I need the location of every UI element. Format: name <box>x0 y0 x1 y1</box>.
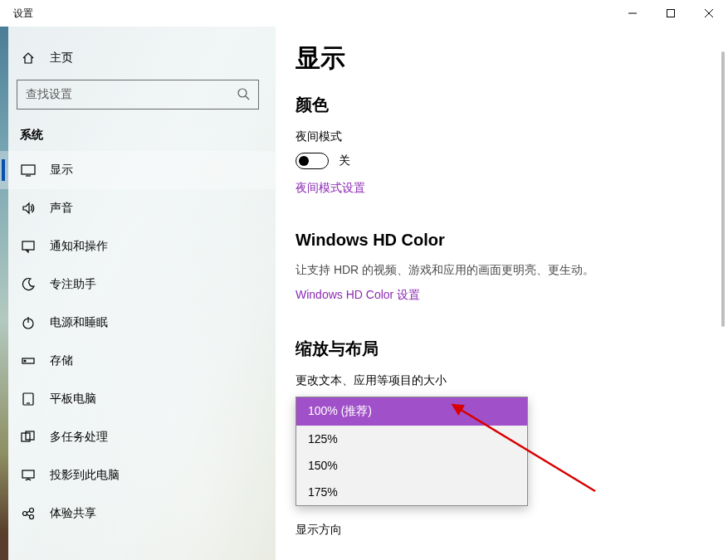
sidebar-item-display[interactable]: 显示 <box>0 151 276 189</box>
scale-option-175[interactable]: 175% <box>296 479 527 505</box>
sidebar-item-label: 专注助手 <box>50 277 96 292</box>
search-icon <box>237 87 250 103</box>
sidebar-item-notifications[interactable]: 通知和操作 <box>0 227 276 265</box>
shared-icon <box>20 505 37 522</box>
projecting-icon <box>20 467 37 484</box>
minimize-button[interactable] <box>613 0 652 27</box>
night-mode-toggle[interactable] <box>296 153 329 169</box>
scrollbar[interactable] <box>721 51 725 552</box>
night-mode-label: 夜间模式 <box>296 129 695 144</box>
settings-window: 设置 主页 <box>0 0 728 560</box>
sidebar-item-label: 声音 <box>50 201 73 216</box>
titlebar-buttons <box>613 0 728 27</box>
toggle-knob <box>299 156 309 166</box>
window-title: 设置 <box>13 7 33 21</box>
sound-icon <box>20 200 37 217</box>
multitasking-icon <box>20 429 37 446</box>
sidebar-item-projecting[interactable]: 投影到此电脑 <box>0 456 276 494</box>
hdcolor-desc: 让支持 HDR 的视频、游戏和应用的画面更明亮、更生动。 <box>296 263 695 278</box>
sidebar-item-label: 投影到此电脑 <box>50 468 120 483</box>
scale-option-100[interactable]: 100% (推荐) <box>296 397 527 426</box>
sidebar-item-label: 平板电脑 <box>50 392 96 407</box>
category-header: 系统 <box>0 114 276 151</box>
scale-option-125[interactable]: 125% <box>296 426 527 452</box>
search-input[interactable]: 查找设置 <box>17 80 259 110</box>
svg-rect-1 <box>667 10 675 17</box>
svg-point-20 <box>30 515 34 519</box>
scrollbar-thumb[interactable] <box>721 51 725 327</box>
sidebar-item-multitasking[interactable]: 多任务处理 <box>0 418 276 456</box>
power-icon <box>20 314 37 331</box>
sidebar-item-sound[interactable]: 声音 <box>0 189 276 227</box>
svg-point-12 <box>24 360 26 362</box>
sidebar-item-shared-experiences[interactable]: 体验共享 <box>0 494 276 533</box>
orientation-label: 显示方向 <box>296 523 695 538</box>
sidebar-item-label: 多任务处理 <box>50 430 108 445</box>
svg-line-22 <box>27 514 30 516</box>
svg-line-21 <box>27 511 30 513</box>
sidebar-item-tablet[interactable]: 平板电脑 <box>0 380 276 418</box>
svg-point-19 <box>30 509 34 513</box>
night-mode-settings-link[interactable]: 夜间模式设置 <box>296 181 365 196</box>
scale-dropdown[interactable]: 100% (推荐) 125% 150% 175% <box>296 397 528 506</box>
search-placeholder: 查找设置 <box>26 87 72 102</box>
home-label: 主页 <box>50 51 73 66</box>
sidebar-item-label: 存储 <box>50 353 73 368</box>
scale-option-150[interactable]: 150% <box>296 452 527 479</box>
hdcolor-settings-link[interactable]: Windows HD Color 设置 <box>296 288 420 303</box>
sidebar-item-focus-assist[interactable]: 专注助手 <box>0 265 276 304</box>
night-mode-state: 关 <box>339 153 350 168</box>
close-button[interactable] <box>690 0 728 27</box>
home-icon <box>20 50 37 66</box>
storage-icon <box>20 353 37 369</box>
tablet-icon <box>20 391 37 407</box>
home-link[interactable]: 主页 <box>0 41 276 75</box>
section-scale-heading: 缩放与布局 <box>296 338 695 360</box>
display-icon <box>20 162 37 178</box>
sidebar: 主页 查找设置 系统 显示 <box>0 27 276 560</box>
main-content: 显示 颜色 夜间模式 关 夜间模式设置 Windows HD Color 让支持… <box>276 27 728 560</box>
sidebar-item-storage[interactable]: 存储 <box>0 342 276 380</box>
svg-rect-8 <box>22 241 34 250</box>
svg-point-18 <box>23 512 27 516</box>
sidebar-item-label: 电源和睡眠 <box>50 315 108 330</box>
sidebar-item-label: 显示 <box>50 163 73 178</box>
section-color-heading: 颜色 <box>296 94 695 116</box>
titlebar: 设置 <box>0 0 728 27</box>
scale-field-label: 更改文本、应用等项目的大小 <box>296 373 695 388</box>
svg-rect-6 <box>22 165 35 174</box>
focus-icon <box>20 276 37 293</box>
maximize-button[interactable] <box>652 0 690 27</box>
svg-line-5 <box>246 96 249 100</box>
page-title: 显示 <box>296 41 695 75</box>
svg-point-4 <box>238 89 247 97</box>
sidebar-item-power-sleep[interactable]: 电源和睡眠 <box>0 304 276 342</box>
sidebar-item-label: 体验共享 <box>50 506 96 521</box>
notifications-icon <box>20 238 37 255</box>
section-hdcolor-heading: Windows HD Color <box>296 231 695 250</box>
svg-rect-17 <box>22 470 34 478</box>
sidebar-item-label: 通知和操作 <box>50 239 108 254</box>
